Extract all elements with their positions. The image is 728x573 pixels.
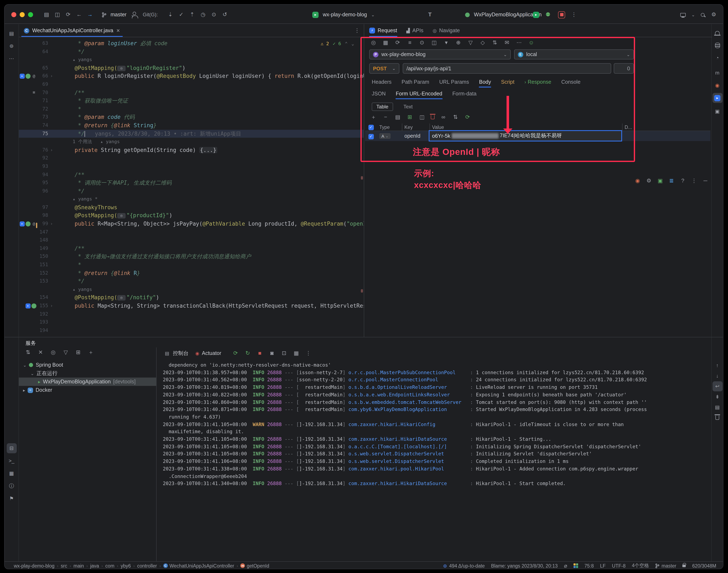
code-line[interactable]: 94 /** xyxy=(19,170,364,179)
hide-panel-icon[interactable]: ─ xyxy=(702,177,709,184)
blame[interactable]: Blame: yangs 2023/8/30, 20:13 xyxy=(491,563,558,568)
editor-options-icon[interactable]: ⋮ xyxy=(354,27,360,34)
forward-icon[interactable]: → xyxy=(87,11,93,18)
at-gutter-icon[interactable]: @ xyxy=(32,74,37,79)
code-line[interactable]: 153 */ xyxy=(19,277,364,285)
code-line[interactable]: 93 xyxy=(19,162,364,170)
close-icon[interactable]: ✕ xyxy=(37,349,44,356)
key-cell[interactable]: openId xyxy=(402,133,429,139)
code-line[interactable]: 154 @PostMapping(◎"/notify") xyxy=(19,294,364,302)
readonly-toggle[interactable] xyxy=(683,564,686,567)
breadcrumb-item[interactable]: com xyxy=(105,563,114,568)
git-branch[interactable]: master xyxy=(655,563,676,568)
caret-position[interactable]: 75:8 xyxy=(584,563,594,568)
run-console[interactable]: dependency on 'io.netty:netty-resolver-d… xyxy=(163,362,706,487)
breadcrumb-item[interactable]: yby6 xyxy=(121,563,131,568)
type-select[interactable]: A ⌄ xyxy=(379,133,391,139)
window-controls[interactable] xyxy=(11,12,33,17)
tab-navigate[interactable]: ◎Navigate xyxy=(433,24,460,37)
thread-dump-icon[interactable]: ⊡ xyxy=(281,350,288,357)
update-project-icon[interactable]: ⇣ xyxy=(167,11,174,18)
bean-gutter-icon[interactable] xyxy=(25,221,31,226)
next-problem-icon[interactable]: ⌄ xyxy=(352,41,354,46)
link-icon[interactable]: ∞ xyxy=(440,114,447,120)
code-inlay-hint[interactable]: ▴ yangs * xyxy=(19,195,364,203)
code-line[interactable]: 148 xyxy=(19,236,364,245)
stop-icon[interactable]: ■ xyxy=(256,350,263,357)
breadcrumb-item[interactable]: wx-play-demo-blog xyxy=(14,563,54,568)
code-line[interactable]: ▸@99› public R<Map<String, Object>> jsPa… xyxy=(19,220,364,228)
value-cell-input[interactable]: o6Yr-5k 7IE74|哈哈哈我是杨不易呀 xyxy=(429,130,622,142)
code-line[interactable]: 69 xyxy=(19,81,364,89)
fold-toggle-icon[interactable]: › xyxy=(48,146,55,154)
project-select[interactable]: P wx-play-demo-blog ⌄ xyxy=(369,49,511,59)
column-description[interactable]: D... xyxy=(621,124,632,129)
duplicate-icon[interactable]: ◫ xyxy=(419,114,425,120)
fold-toggle-icon[interactable]: › xyxy=(48,220,55,228)
screenshot-icon[interactable]: ◙ xyxy=(268,350,275,357)
at-gutter-icon[interactable]: @ xyxy=(32,221,37,226)
code-line[interactable]: 151 * xyxy=(19,261,364,269)
rerun-icon[interactable]: ↻ xyxy=(244,350,251,357)
remove-row-icon[interactable]: − xyxy=(382,114,389,120)
grid-icon[interactable]: ▦ xyxy=(382,39,389,46)
folder-icon[interactable]: ▤ xyxy=(43,11,50,18)
code-line[interactable]: 194 xyxy=(19,326,364,334)
rollback-icon[interactable]: ↺ xyxy=(221,11,228,18)
code-line[interactable]: 96 */ xyxy=(19,187,364,195)
error-stripe-mark[interactable] xyxy=(361,176,363,179)
tree-chevron-icon[interactable]: ⌄ xyxy=(31,371,34,376)
code-line[interactable]: 98 @PostMapping(◎"{productId}") xyxy=(19,212,364,220)
line-separator[interactable]: LF xyxy=(600,563,606,568)
project-widget[interactable]: ▸ wx-play-demo-blog ⌄ xyxy=(312,10,375,19)
url-input[interactable]: /api/wx-pay/js-api/1 xyxy=(403,63,611,74)
diff-icon[interactable]: ⊙ xyxy=(211,11,217,18)
add-row-icon[interactable]: ＋ xyxy=(370,114,377,120)
editor-tab[interactable]: C WechatUniAppJsApiController.java ✕ xyxy=(19,24,125,37)
column-key[interactable]: Key xyxy=(402,124,429,129)
annotate-toggle-icon[interactable]: ⌀ xyxy=(564,563,567,569)
endpoint-inline-icon[interactable]: ◎ xyxy=(117,66,125,71)
code-line[interactable]: ▸155› public Map<String, String> transac… xyxy=(19,302,364,310)
environment-select[interactable]: E local ⌄ xyxy=(514,49,634,59)
diamond-icon[interactable]: ◇ xyxy=(479,39,486,46)
reload-icon[interactable]: ⟳ xyxy=(464,114,471,120)
code-line[interactable]: 73 * @param code 代码 xyxy=(19,113,364,121)
restart-icon[interactable]: ⟳ xyxy=(232,350,239,357)
code-line[interactable]: 63 * @param loginUser 必填 code xyxy=(19,39,364,48)
tab-apis[interactable]: ▟APIs xyxy=(406,24,423,37)
run-button[interactable]: ▸ xyxy=(533,11,539,18)
sync-icon[interactable]: ⟳ xyxy=(65,11,71,18)
code-line[interactable]: ▸@66› public R loginOrRegister(@RequestB… xyxy=(19,72,364,81)
more-icon[interactable]: ⋮ xyxy=(691,177,697,184)
prev-problem-icon[interactable]: ⌃ xyxy=(345,41,348,46)
back-icon[interactable]: ← xyxy=(76,11,83,18)
ellipsis-icon[interactable]: ⋯ xyxy=(516,39,522,46)
code-editor[interactable]: ⚠ 2 ✓ 6 ⌃ ⌄ 63 * @param loginUser 必填 cod… xyxy=(19,38,364,337)
edit-icon[interactable]: ▤ xyxy=(394,114,401,120)
encoding[interactable]: UTF-8 xyxy=(612,563,626,568)
debug-button[interactable]: ⚉ xyxy=(544,11,551,18)
breadcrumb-item[interactable]: java xyxy=(90,563,99,568)
add-user-icon[interactable] xyxy=(133,12,136,15)
ep-gutter-icon[interactable]: ▸ xyxy=(25,304,31,309)
fold-toggle-icon[interactable]: › xyxy=(48,72,55,81)
tab-console[interactable]: Console xyxy=(561,77,581,87)
dump-icon[interactable]: ▦ xyxy=(293,350,300,357)
delete-icon[interactable] xyxy=(431,115,434,119)
actuator-tab[interactable]: ◉ Actuator xyxy=(195,350,221,356)
memory-indicator[interactable]: 620/3048M xyxy=(692,563,716,568)
code-line[interactable]: 97 @SneakyThrows xyxy=(19,203,364,212)
breadcrumb-item[interactable]: mgetOpenId xyxy=(241,563,269,568)
console-more-icon[interactable]: ⋮ xyxy=(305,350,312,357)
ep-gutter-icon[interactable]: ▸ xyxy=(20,221,25,226)
tree-running[interactable]: ⌄正在运行 xyxy=(19,369,156,377)
stop-button[interactable] xyxy=(558,11,565,18)
chevron-down-icon[interactable]: ⌄ xyxy=(691,12,695,17)
tab-text-view[interactable]: Text xyxy=(399,103,417,111)
code-line[interactable]: 192 xyxy=(19,310,364,318)
tree-docker[interactable]: ▸≈Docker xyxy=(19,386,156,394)
refresh-icon[interactable]: ⟳ xyxy=(394,39,401,46)
code-inlay-hint[interactable]: ▴ yangs xyxy=(19,56,364,64)
mail-icon[interactable]: ✉ xyxy=(504,39,510,46)
